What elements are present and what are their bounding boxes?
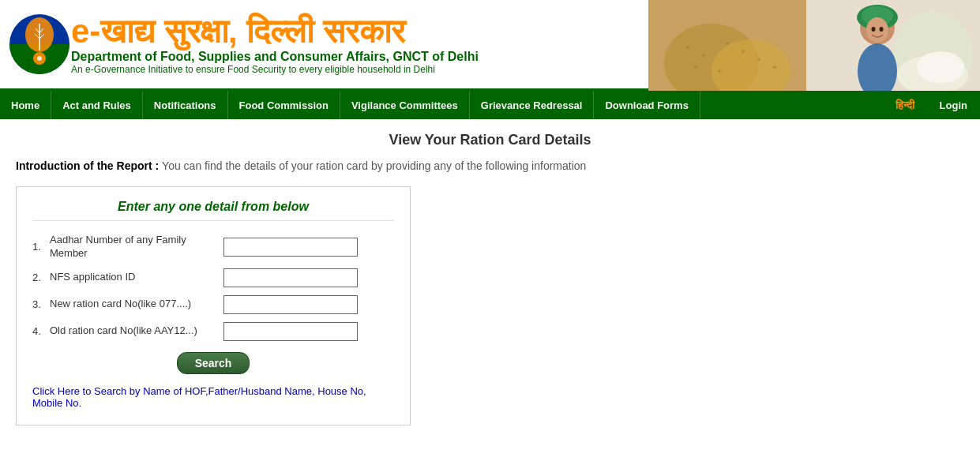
old-ration-input[interactable] (223, 322, 358, 341)
intro-label: Introduction of the Report : (16, 159, 162, 172)
form-row-1: 1. Aadhar Number of any Family Member (32, 234, 394, 260)
form-row-3: 3. New ration card No(like 077....) (32, 295, 394, 314)
intro-text: Introduction of the Report : You can fin… (16, 159, 964, 172)
field-num-2: 2. (32, 272, 47, 283)
logo-icon (8, 13, 71, 76)
nav-vigilance[interactable]: Vigilance Committees (340, 91, 470, 119)
nav-food-commission[interactable]: Food Commission (228, 91, 340, 119)
svg-point-16 (694, 66, 697, 69)
nav-home[interactable]: Home (0, 91, 51, 119)
svg-point-8 (37, 56, 42, 61)
field-label-3: New ration card No(like 077....) (50, 298, 223, 311)
search-button[interactable]: Search (177, 352, 250, 374)
svg-point-15 (742, 50, 745, 53)
header: e-खाद्य सुरक्षा, दिल्ली सरकार Department… (0, 0, 980, 91)
svg-point-12 (686, 46, 689, 49)
field-label-4: Old ration card No(like AAY12...) (50, 324, 223, 338)
form-row-4: 4. Old ration card No(like AAY12...) (32, 322, 394, 341)
main-content: View Your Ration Card Details Introducti… (0, 119, 980, 438)
form-box: Enter any one detail from below 1. Aadha… (16, 186, 411, 425)
nav-act-rules[interactable]: Act and Rules (51, 91, 143, 119)
header-image-2 (806, 0, 980, 91)
svg-point-18 (757, 58, 760, 61)
svg-point-17 (718, 69, 721, 73)
tagline: An e-Governance Initiative to ensure Foo… (71, 64, 479, 75)
field-num-1: 1. (32, 241, 47, 253)
svg-point-27 (880, 27, 884, 32)
svg-point-14 (726, 42, 729, 45)
header-image-1 (648, 0, 806, 91)
dept-name: Department of Food, Supplies and Consume… (71, 50, 479, 64)
svg-point-13 (702, 54, 705, 57)
page-title: View Your Ration Card Details (16, 132, 964, 148)
header-images (648, 0, 980, 91)
field-label-2: NFS application ID (50, 271, 223, 284)
navbar: Home Act and Rules Notifications Food Co… (0, 91, 980, 119)
svg-point-30 (917, 51, 964, 83)
nav-download-forms[interactable]: Download Forms (594, 91, 700, 119)
svg-point-25 (866, 17, 888, 43)
field-label-1: Aadhar Number of any Family Member (50, 234, 223, 260)
search-btn-row: Search (32, 352, 394, 374)
field-num-3: 3. (32, 298, 47, 310)
new-ration-input[interactable] (223, 295, 358, 314)
click-here-link[interactable]: Click Here to Search by Name of HOF,Fath… (32, 385, 394, 409)
nav-login[interactable]: Login (927, 91, 980, 119)
site-title: e-खाद्य सुरक्षा, दिल्ली सरकार (71, 13, 479, 50)
header-text: e-खाद्य सुरक्षा, दिल्ली सरकार Department… (71, 13, 479, 75)
svg-point-19 (773, 66, 776, 69)
form-row-2: 2. NFS application ID (32, 268, 394, 287)
intro-value: You can find the details of your ration … (162, 159, 586, 172)
field-num-4: 4. (32, 325, 47, 337)
aadhar-input[interactable] (223, 238, 358, 257)
nav-grievance[interactable]: Grievance Redressal (470, 91, 595, 119)
form-box-title: Enter any one detail from below (32, 200, 394, 221)
svg-point-26 (872, 27, 876, 32)
nav-hindi[interactable]: हिन्दी (883, 91, 927, 119)
nfs-input[interactable] (223, 268, 358, 287)
nav-notifications[interactable]: Notifications (143, 91, 228, 119)
